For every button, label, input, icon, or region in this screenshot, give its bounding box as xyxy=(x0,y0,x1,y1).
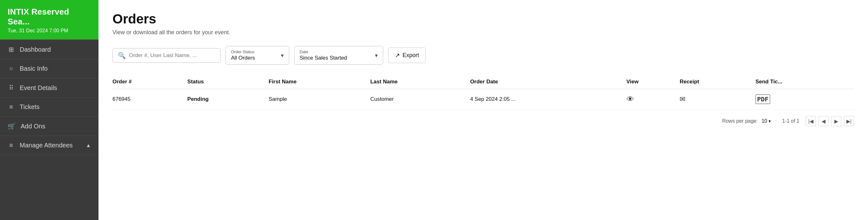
table-header-row: Order # Status First Name Last Name Orde… xyxy=(113,75,854,89)
date-dropdown[interactable]: Date Since Sales Started ▾ xyxy=(294,46,383,65)
chevron-down-icon: ▾ xyxy=(281,52,284,59)
col-order-date: Order Date xyxy=(470,75,626,89)
sidebar-item-add-ons[interactable]: 🛒 Add Ons xyxy=(0,117,98,136)
last-page-button[interactable]: ▶| xyxy=(844,116,854,126)
col-status: Status xyxy=(187,75,269,89)
cell-send-ticket: PDF xyxy=(755,89,854,110)
table-body: 676945 Pending Sample Customer 4 Sep 202… xyxy=(113,89,854,110)
sidebar-item-manage-attendees-label: Manage Attendees xyxy=(20,142,73,149)
dashboard-icon: ⊞ xyxy=(8,46,14,53)
main-content: Orders View or download all the orders f… xyxy=(98,0,868,220)
col-first-name: First Name xyxy=(269,75,370,89)
cell-view: 👁 xyxy=(626,89,680,110)
rows-per-page-select[interactable]: 10 ▾ xyxy=(762,118,771,124)
sidebar-item-basic-info-label: Basic Info xyxy=(20,65,48,72)
col-receipt: Receipt xyxy=(680,75,755,89)
sidebar-item-tickets[interactable]: ≡ Tickets xyxy=(0,98,98,117)
sidebar-title: INTIX Reserved Sea... xyxy=(8,7,91,27)
export-icon: ↗ xyxy=(395,52,400,59)
view-icon[interactable]: 👁 xyxy=(626,95,634,103)
add-ons-icon: 🛒 xyxy=(8,122,16,130)
event-details-icon: ⠿ xyxy=(8,84,14,91)
order-status-label: Order Status xyxy=(231,49,255,54)
col-view: View xyxy=(626,75,680,89)
rows-chevron-down-icon: ▾ xyxy=(769,118,771,124)
sidebar-item-manage-attendees[interactable]: ≡ Manage Attendees ▲ xyxy=(0,136,98,155)
basic-info-icon: ○ xyxy=(8,65,14,72)
sidebar-item-tickets-label: Tickets xyxy=(20,103,40,111)
date-chevron-down-icon: ▾ xyxy=(375,52,378,59)
orders-table: Order # Status First Name Last Name Orde… xyxy=(113,75,854,110)
col-send-ticket: Send Tic... xyxy=(755,75,854,89)
search-icon: 🔍 xyxy=(118,52,126,59)
cell-receipt: ✉ xyxy=(680,89,755,110)
sidebar-item-dashboard-label: Dashboard xyxy=(20,46,51,53)
search-input[interactable] xyxy=(129,52,215,59)
rows-per-page-value: 10 xyxy=(762,118,767,124)
table-header: Order # Status First Name Last Name Orde… xyxy=(113,75,854,89)
tickets-icon: ≡ xyxy=(8,103,14,111)
table-row: 676945 Pending Sample Customer 4 Sep 202… xyxy=(113,89,854,110)
sidebar-item-event-details-label: Event Details xyxy=(20,84,57,91)
rows-per-page-label: Rows per page: xyxy=(722,118,758,124)
page-title: Orders xyxy=(113,11,854,27)
receipt-icon[interactable]: ✉ xyxy=(680,95,685,103)
filters-row: 🔍 Order Status All Orders ▾ Date Since S… xyxy=(113,46,854,65)
manage-attendees-icon: ≡ xyxy=(8,142,14,149)
order-status-dropdown[interactable]: Order Status All Orders ▾ xyxy=(225,46,289,65)
col-last-name: Last Name xyxy=(370,75,470,89)
cell-status: Pending xyxy=(187,89,269,110)
pdf-icon[interactable]: PDF xyxy=(755,95,770,104)
col-order-num: Order # xyxy=(113,75,187,89)
order-status-content: Order Status All Orders xyxy=(231,49,255,61)
sidebar-nav: ⊞ Dashboard ○ Basic Info ⠿ Event Details… xyxy=(0,40,98,220)
date-label: Date xyxy=(300,49,347,54)
sidebar-header: INTIX Reserved Sea... Tue, 31 Dec 2024 7… xyxy=(0,0,98,39)
order-status-value: All Orders xyxy=(231,55,255,61)
date-value: Since Sales Started xyxy=(300,55,347,61)
chevron-up-icon: ▲ xyxy=(86,143,91,148)
export-button[interactable]: ↗ Export xyxy=(388,47,426,63)
page-subtitle: View or download all the orders for your… xyxy=(113,29,854,36)
prev-page-button[interactable]: ◀ xyxy=(818,116,829,126)
cell-last-name: Customer xyxy=(370,89,470,110)
cell-order-date: 4 Sep 2024 2:05 ... xyxy=(470,89,626,110)
sidebar-item-event-details[interactable]: ⠿ Event Details xyxy=(0,78,98,98)
page-info: 1-1 of 1 xyxy=(782,118,799,124)
next-page-button[interactable]: ▶ xyxy=(831,116,841,126)
export-label: Export xyxy=(403,52,419,59)
cell-first-name: Sample xyxy=(269,89,370,110)
date-content: Date Since Sales Started xyxy=(300,49,347,61)
search-box[interactable]: 🔍 xyxy=(113,48,220,63)
first-page-button[interactable]: |◀ xyxy=(806,116,816,126)
pagination-row: Rows per page: 10 ▾ 1-1 of 1 |◀ ◀ ▶ ▶| xyxy=(113,116,854,126)
sidebar-item-add-ons-label: Add Ons xyxy=(21,123,45,130)
manage-attendees-left: ≡ Manage Attendees xyxy=(8,142,73,149)
sidebar: INTIX Reserved Sea... Tue, 31 Dec 2024 7… xyxy=(0,0,98,220)
sidebar-item-dashboard[interactable]: ⊞ Dashboard xyxy=(0,40,98,59)
sidebar-subtitle: Tue, 31 Dec 2024 7:00 PM xyxy=(8,28,91,34)
cell-order-num: 676945 xyxy=(113,89,187,110)
sidebar-item-basic-info[interactable]: ○ Basic Info xyxy=(0,59,98,78)
